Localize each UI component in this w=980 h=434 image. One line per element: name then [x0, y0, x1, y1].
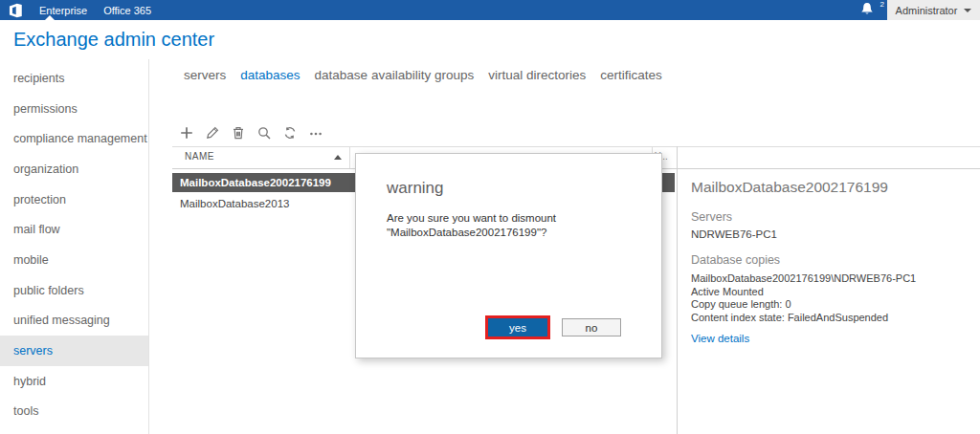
- dialog-title: warning: [387, 179, 444, 198]
- tab-databases[interactable]: databases: [240, 68, 300, 82]
- table-row[interactable]: MailboxDatabase2013: [172, 194, 349, 213]
- sidebar-item-hybrid[interactable]: hybrid: [0, 366, 148, 397]
- tab-virtual-directories[interactable]: virtual directories: [488, 68, 586, 82]
- dialog-buttons: yes no: [485, 315, 621, 339]
- sidebar-item-unified-messaging[interactable]: unified messaging: [0, 306, 148, 336]
- tab-database-availability-groups[interactable]: database availability groups: [315, 68, 475, 82]
- more-icon[interactable]: [307, 125, 324, 141]
- tab-certificates[interactable]: certificates: [600, 68, 662, 82]
- column-divider: [349, 147, 350, 168]
- active-tab-notch: [45, 15, 55, 20]
- notification-count-badge: 2: [880, 0, 884, 9]
- refresh-icon[interactable]: [281, 125, 299, 141]
- database-copy-info: MailboxDatabase2002176199\NDRWEB76-PC1 A…: [691, 272, 970, 324]
- copy-queue-length: Copy queue length: 0: [691, 298, 970, 312]
- column-header-name[interactable]: NAME: [185, 151, 214, 162]
- edit-icon[interactable]: [204, 125, 221, 141]
- sidebar-item-tools[interactable]: tools: [0, 397, 148, 427]
- sidebar-item-public-folders[interactable]: public folders: [0, 275, 148, 306]
- suite-tab-enterprise[interactable]: Enterprise: [39, 5, 87, 16]
- sidebar-item-compliance-management[interactable]: compliance management: [0, 123, 148, 154]
- copy-path: MailboxDatabase2002176199\NDRWEB76-PC1: [691, 272, 970, 286]
- content-tabs: servers databases database availability …: [184, 68, 662, 82]
- sidebar-item-servers[interactable]: servers: [0, 336, 148, 366]
- sidebar-divider: [148, 59, 149, 434]
- sidebar-item-recipients[interactable]: recipients: [0, 63, 148, 94]
- delete-icon[interactable]: [230, 125, 247, 141]
- notifications-bell-icon[interactable]: 2: [859, 2, 880, 19]
- tab-servers[interactable]: servers: [184, 68, 226, 82]
- office-logo-icon: [8, 3, 23, 18]
- database-name: MailboxDatabase2013: [180, 198, 289, 209]
- warning-dialog: warning Are you sure you want to dismoun…: [355, 153, 662, 358]
- chevron-down-icon: [964, 9, 971, 12]
- yes-button[interactable]: yes: [488, 318, 547, 336]
- sort-ascending-icon[interactable]: [334, 155, 342, 160]
- sidebar-item-organization[interactable]: organization: [0, 154, 148, 184]
- details-pane-divider: [677, 146, 678, 434]
- page-title: Exchange admin center: [13, 29, 214, 51]
- sidebar-item-mail-flow[interactable]: mail flow: [0, 214, 148, 245]
- server-name: NDRWEB76-PC1: [691, 228, 970, 240]
- user-menu[interactable]: Administrator: [887, 0, 980, 20]
- sidebar-nav: recipients permissions compliance manage…: [0, 63, 148, 426]
- content-index-state: Content index state: FailedAndSuspended: [691, 312, 970, 325]
- list-toolbar: [178, 125, 324, 141]
- database-name: MailboxDatabase2002176199: [180, 177, 331, 188]
- copy-status: Active Mounted: [691, 286, 970, 299]
- list-top-border: [172, 146, 980, 147]
- dialog-message: Are you sure you want to dismount "Mailb…: [387, 211, 556, 240]
- view-details-link[interactable]: View details: [691, 333, 749, 344]
- sidebar-item-permissions[interactable]: permissions: [0, 94, 148, 124]
- suite-tab-office365[interactable]: Office 365: [103, 5, 151, 16]
- highlight-annotation-box: yes: [485, 315, 550, 339]
- sidebar-item-mobile[interactable]: mobile: [0, 245, 148, 275]
- details-pane: MailboxDatabase2002176199 Servers NDRWEB…: [691, 178, 970, 346]
- exchange-admin-center-screen: Enterprise Office 365 2 Administrator Ex…: [0, 0, 980, 434]
- user-menu-label: Administrator: [896, 5, 958, 16]
- search-icon[interactable]: [256, 125, 273, 141]
- servers-heading: Servers: [691, 210, 970, 224]
- sidebar-item-protection[interactable]: protection: [0, 184, 148, 215]
- suite-bar: Enterprise Office 365 2 Administrator: [0, 0, 980, 20]
- add-icon[interactable]: [178, 125, 195, 141]
- no-button[interactable]: no: [562, 318, 621, 336]
- database-copies-heading: Database copies: [691, 253, 970, 267]
- details-title: MailboxDatabase2002176199: [691, 178, 970, 197]
